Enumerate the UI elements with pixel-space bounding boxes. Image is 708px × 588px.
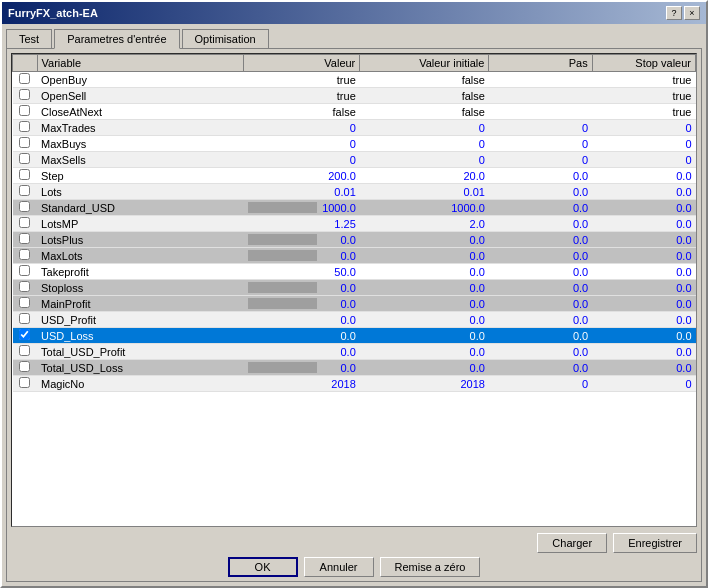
annuler-button[interactable]: Annuler [304, 557, 374, 577]
row-pas: 0.0 [489, 168, 592, 184]
row-value: 0.0 [244, 232, 360, 248]
row-checkbox-cell[interactable] [13, 376, 38, 392]
row-checkbox[interactable] [19, 73, 30, 84]
row-variable: MaxSells [37, 152, 244, 168]
remise-button[interactable]: Remise a zéro [380, 557, 481, 577]
row-checkbox[interactable] [19, 249, 30, 260]
enregistrer-button[interactable]: Enregistrer [613, 533, 697, 553]
row-value: true [244, 88, 360, 104]
ok-button[interactable]: OK [228, 557, 298, 577]
row-stop: 0.0 [592, 328, 695, 344]
row-checkbox[interactable] [19, 297, 30, 308]
row-variable: Takeprofit [37, 264, 244, 280]
params-table-container: Variable Valeur Valeur initiale Pas Stop… [11, 53, 697, 527]
row-checkbox[interactable] [19, 105, 30, 116]
row-checkbox-cell[interactable] [13, 136, 38, 152]
table-row: OpenSell true false true [13, 88, 696, 104]
row-value: false [244, 104, 360, 120]
action-buttons-row: Charger Enregistrer [11, 533, 697, 553]
row-value: 1000.0 [244, 200, 360, 216]
table-header-row: Variable Valeur Valeur initiale Pas Stop… [13, 55, 696, 72]
row-checkbox-cell[interactable] [13, 296, 38, 312]
row-checkbox-cell[interactable] [13, 200, 38, 216]
row-checkbox-cell[interactable] [13, 72, 38, 88]
row-checkbox-cell[interactable] [13, 248, 38, 264]
row-value: 2018 [244, 376, 360, 392]
row-value: 200.0 [244, 168, 360, 184]
row-checkbox[interactable] [19, 329, 30, 340]
row-value: 0 [244, 120, 360, 136]
row-pas: 0.0 [489, 344, 592, 360]
row-variable: CloseAtNext [37, 104, 244, 120]
table-row: Step 200.0 20.0 0.0 0.0 [13, 168, 696, 184]
window-controls: ? × [666, 6, 700, 20]
row-checkbox[interactable] [19, 121, 30, 132]
row-checkbox-cell[interactable] [13, 120, 38, 136]
row-checkbox[interactable] [19, 137, 30, 148]
table-row: Total_USD_Loss 0.0 0.0 0.0 0.0 [13, 360, 696, 376]
row-variable: MaxBuys [37, 136, 244, 152]
row-variable: MaxTrades [37, 120, 244, 136]
row-checkbox[interactable] [19, 313, 30, 324]
tab-test[interactable]: Test [6, 29, 52, 49]
row-variable: Lots [37, 184, 244, 200]
close-button[interactable]: × [684, 6, 700, 20]
row-initial: 20.0 [360, 168, 489, 184]
row-checkbox[interactable] [19, 201, 30, 212]
row-checkbox-cell[interactable] [13, 360, 38, 376]
row-checkbox[interactable] [19, 153, 30, 164]
row-stop: 0.0 [592, 168, 695, 184]
row-stop: 0 [592, 136, 695, 152]
col-variable: Variable [37, 55, 244, 72]
row-value: 0.0 [244, 312, 360, 328]
row-checkbox[interactable] [19, 345, 30, 356]
row-checkbox[interactable] [19, 89, 30, 100]
col-valeur: Valeur [244, 55, 360, 72]
table-row: Lots 0.01 0.01 0.0 0.0 [13, 184, 696, 200]
row-checkbox-cell[interactable] [13, 216, 38, 232]
row-initial: 0.0 [360, 248, 489, 264]
row-pas: 0 [489, 136, 592, 152]
row-stop: 0.0 [592, 232, 695, 248]
row-checkbox[interactable] [19, 185, 30, 196]
row-variable: Standard_USD [37, 200, 244, 216]
row-stop: 0.0 [592, 264, 695, 280]
row-variable: Stoploss [37, 280, 244, 296]
row-checkbox-cell[interactable] [13, 264, 38, 280]
row-checkbox[interactable] [19, 377, 30, 388]
row-initial: 0.0 [360, 264, 489, 280]
row-initial: 2018 [360, 376, 489, 392]
row-checkbox-cell[interactable] [13, 104, 38, 120]
tab-optim[interactable]: Optimisation [182, 29, 269, 49]
row-checkbox-cell[interactable] [13, 232, 38, 248]
tab-params[interactable]: Parametres d'entrée [54, 29, 179, 49]
row-checkbox-cell[interactable] [13, 312, 38, 328]
row-checkbox[interactable] [19, 281, 30, 292]
charger-button[interactable]: Charger [537, 533, 607, 553]
row-checkbox-cell[interactable] [13, 344, 38, 360]
row-stop: 0.0 [592, 248, 695, 264]
help-button[interactable]: ? [666, 6, 682, 20]
row-checkbox[interactable] [19, 217, 30, 228]
row-checkbox-cell[interactable] [13, 280, 38, 296]
row-stop: 0.0 [592, 216, 695, 232]
table-row: LotsMP 1.25 2.0 0.0 0.0 [13, 216, 696, 232]
row-value: 0.0 [244, 360, 360, 376]
row-checkbox[interactable] [19, 169, 30, 180]
row-checkbox[interactable] [19, 361, 30, 372]
table-row: OpenBuy true false true [13, 72, 696, 88]
row-checkbox-cell[interactable] [13, 184, 38, 200]
row-checkbox[interactable] [19, 265, 30, 276]
row-initial: 0.0 [360, 280, 489, 296]
row-checkbox-cell[interactable] [13, 152, 38, 168]
row-checkbox[interactable] [19, 233, 30, 244]
row-checkbox-cell[interactable] [13, 168, 38, 184]
row-checkbox-cell[interactable] [13, 328, 38, 344]
table-row: Stoploss 0.0 0.0 0.0 0.0 [13, 280, 696, 296]
row-pas [489, 72, 592, 88]
col-checkbox [13, 55, 38, 72]
row-checkbox-cell[interactable] [13, 88, 38, 104]
row-stop: 0.0 [592, 312, 695, 328]
table-row: MaxLots 0.0 0.0 0.0 0.0 [13, 248, 696, 264]
table-row: MagicNo 2018 2018 0 0 [13, 376, 696, 392]
